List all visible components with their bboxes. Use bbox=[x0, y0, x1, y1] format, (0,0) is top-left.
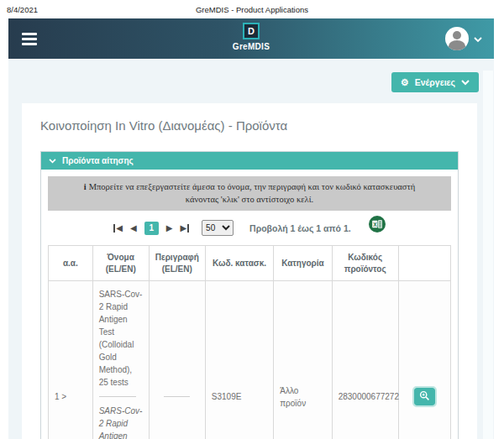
table-row: 1 > SARS-Cov-2 Rapid Antigen Test (Collo… bbox=[49, 281, 451, 439]
products-panel-header[interactable]: Προϊόντα αίτησης bbox=[41, 152, 458, 170]
app-brand: D GreMDIS bbox=[8, 23, 494, 51]
app-logo-icon: D bbox=[243, 23, 260, 39]
pagination-summary: Προβολή 1 έως 1 από 1. bbox=[249, 223, 351, 233]
pagination-next-button[interactable]: ▶ bbox=[166, 224, 173, 233]
cell-name[interactable]: SARS-Cov-2 Rapid Antigen Test (Colloidal… bbox=[92, 281, 149, 439]
column-header-name: Όνομα (EL/EN) bbox=[92, 246, 149, 281]
info-message-text: Μπορείτε να επεξεργαστείτε άμεσα το όνομ… bbox=[89, 182, 416, 204]
info-icon: i bbox=[84, 182, 87, 191]
cell-index: 1 > bbox=[49, 281, 93, 439]
gears-icon: ⚙ bbox=[401, 78, 409, 87]
info-message: iΜπορείτε να επεξεργαστείτε άμεσα το όνο… bbox=[48, 176, 451, 211]
products-panel-body: iΜπορείτε να επεξεργαστείτε άμεσα το όνο… bbox=[41, 170, 458, 439]
pagination-prev-button[interactable]: ◀ bbox=[130, 224, 137, 233]
chevron-down-icon bbox=[474, 31, 482, 46]
scrollbar-track[interactable] bbox=[483, 71, 493, 439]
svg-text:X: X bbox=[373, 221, 377, 227]
cell-category: Άλλο προϊόν bbox=[274, 281, 332, 439]
user-menu[interactable] bbox=[445, 18, 482, 59]
column-header-manufacturer-code: Κωδ. κατασκ. bbox=[205, 246, 273, 281]
column-header-index: α.α. bbox=[49, 246, 93, 281]
pagination-current-page[interactable]: 1 bbox=[144, 222, 159, 235]
cell-actions bbox=[398, 281, 450, 439]
cell-description[interactable] bbox=[149, 281, 205, 439]
products-panel-title: Προϊόντα αίτησης bbox=[62, 156, 134, 165]
top-navbar: D GreMDIS bbox=[8, 18, 494, 59]
magnifier-zoom-icon bbox=[419, 390, 430, 404]
app-container: D GreMDIS ⚙ Ενέργειες Κοινοποίηση In Vit… bbox=[8, 18, 494, 439]
divider bbox=[164, 396, 190, 397]
column-header-category: Κατηγορία bbox=[274, 246, 332, 281]
app-brand-name: GreMDIS bbox=[233, 42, 270, 51]
actions-button[interactable]: ⚙ Ενέργειες bbox=[391, 72, 479, 92]
products-table: α.α. Όνομα (EL/EN) Περιγραφή (EL/EN) Κωδ… bbox=[48, 245, 451, 439]
print-document-title: GreMDIS - Product Applications bbox=[0, 5, 504, 14]
pagination-first-button[interactable]: ◀ bbox=[113, 224, 123, 233]
view-details-button[interactable] bbox=[414, 388, 435, 405]
column-header-product-code: Κωδικός προϊόντος bbox=[332, 246, 398, 281]
actions-button-label: Ενέργειες bbox=[415, 77, 455, 87]
column-header-actions bbox=[398, 246, 450, 281]
export-excel-icon[interactable]: X bbox=[369, 216, 386, 236]
menu-icon[interactable] bbox=[22, 30, 37, 48]
product-name-en[interactable]: SARS-Cov-2 Rapid Antigen Test (Colloidal… bbox=[99, 405, 143, 439]
table-header-row: α.α. Όνομα (EL/EN) Περιγραφή (EL/EN) Κωδ… bbox=[49, 246, 451, 281]
pagination-last-button[interactable]: ▶ bbox=[180, 224, 189, 233]
chevron-down-icon bbox=[461, 77, 470, 87]
content-card: Κοινοποίηση In Vitro (Διανομέας) - Προϊό… bbox=[22, 103, 477, 439]
page-size-select[interactable]: 50 bbox=[202, 220, 234, 236]
cell-product-code: 2830000677272 bbox=[332, 281, 398, 439]
avatar[interactable] bbox=[445, 27, 469, 50]
page-title: Κοινοποίηση In Vitro (Διανομέας) - Προϊό… bbox=[40, 118, 465, 133]
product-name-el[interactable]: SARS-Cov-2 Rapid Antigen Test (Colloidal… bbox=[99, 288, 143, 389]
pagination: ◀ ◀ 1 ▶ ▶ 50 Προβολή 1 έως 1 από 1. X bbox=[48, 211, 451, 243]
actions-row: ⚙ Ενέργειες bbox=[8, 59, 494, 92]
column-header-description: Περιγραφή (EL/EN) bbox=[149, 246, 205, 281]
print-header: 8/4/2021 GreMDIS - Product Applications bbox=[0, 0, 504, 18]
cell-manufacturer-code[interactable]: S3109E bbox=[205, 281, 273, 439]
products-panel: Προϊόντα αίτησης iΜπορείτε να επεξεργαστ… bbox=[40, 151, 459, 439]
chevron-down-icon bbox=[49, 156, 56, 165]
divider bbox=[99, 396, 136, 397]
